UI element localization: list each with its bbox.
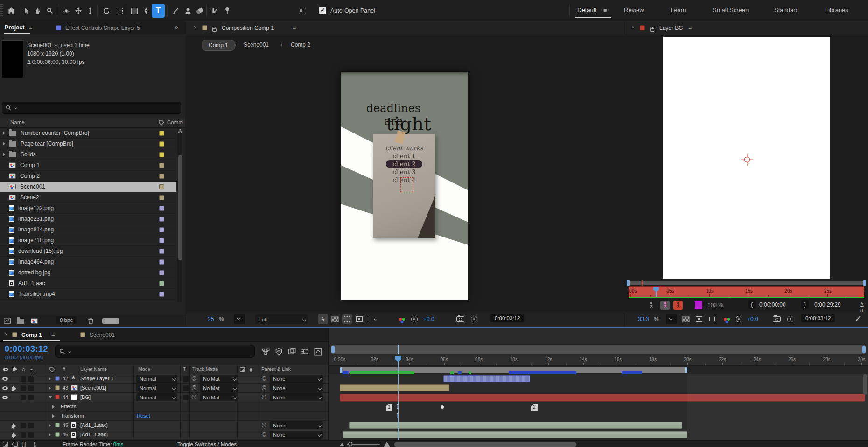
rectangle-tool-icon[interactable] bbox=[128, 4, 141, 18]
comp-marker[interactable]: 1 bbox=[386, 404, 392, 411]
audio-toggle[interactable] bbox=[12, 423, 14, 428]
label-chip[interactable] bbox=[55, 376, 60, 381]
work-area-strip[interactable]: 12 bbox=[329, 366, 868, 374]
layer-canvas[interactable] bbox=[663, 37, 830, 279]
parent-pickwhip-icon[interactable] bbox=[261, 375, 266, 381]
project-item[interactable]: Scene001 bbox=[0, 182, 176, 192]
workspace-menu-icon[interactable]: ≡ bbox=[603, 7, 607, 14]
layer-row[interactable]: 44[BG]NormalNo MatNone bbox=[0, 393, 328, 402]
pan-camera-tool-icon[interactable] bbox=[72, 4, 85, 18]
label-chip[interactable] bbox=[159, 227, 164, 232]
project-item[interactable]: dotted bg.jpg bbox=[0, 267, 176, 278]
project-item[interactable]: Transition.mp4 bbox=[0, 289, 176, 300]
work-area-end-handle[interactable] bbox=[685, 367, 687, 373]
mode-dropdown[interactable]: Normal bbox=[136, 393, 177, 401]
solo-switch[interactable] bbox=[21, 395, 26, 400]
timeline-tab-menu-icon[interactable]: ≡ bbox=[51, 331, 55, 338]
layer-zoom-dropdown[interactable] bbox=[666, 314, 677, 324]
fast-preview-icon[interactable]: ϟ bbox=[318, 314, 328, 324]
layer-tab[interactable]: Layer BG bbox=[659, 25, 683, 31]
toggle-switches-modes-button[interactable]: Toggle Switches / Modes bbox=[177, 441, 237, 447]
track-matte-toggle[interactable] bbox=[183, 395, 189, 400]
label-chip[interactable] bbox=[159, 152, 164, 157]
clone-stamp-tool-icon[interactable] bbox=[182, 4, 195, 18]
graph-editor-icon[interactable] bbox=[314, 348, 322, 356]
mask-visibility-icon[interactable] bbox=[694, 314, 704, 324]
new-folder-icon[interactable] bbox=[17, 319, 24, 324]
expand-in-out-icon[interactable]: { } bbox=[21, 441, 26, 447]
work-area-bar[interactable] bbox=[340, 367, 687, 373]
snapshot-camera-icon[interactable] bbox=[455, 314, 465, 324]
time-ruler[interactable]: 0:00s02s04s06s08s10s12s14s16s18s20s22s24… bbox=[329, 356, 868, 366]
label-chip[interactable] bbox=[159, 281, 164, 286]
close-tab-icon[interactable]: × bbox=[631, 24, 635, 31]
project-tab-menu-icon[interactable]: ≡ bbox=[29, 24, 33, 31]
interpret-footage-icon[interactable] bbox=[4, 318, 11, 324]
zoom-tool-icon[interactable] bbox=[43, 4, 56, 18]
column-header-layer-name[interactable]: Layer Name bbox=[80, 366, 107, 372]
channel-swatch[interactable] bbox=[695, 301, 702, 309]
column-header-parent[interactable]: Parent & Link bbox=[261, 366, 291, 372]
project-item[interactable]: image231.png bbox=[0, 214, 176, 224]
brush-tool-icon[interactable] bbox=[169, 4, 182, 18]
layer-time-ruler[interactable]: 0:00s05s10s15s20s25s30s bbox=[629, 286, 864, 297]
trash-icon[interactable] bbox=[88, 318, 94, 324]
layer-exposure-value[interactable]: +0.0 bbox=[747, 316, 758, 322]
timeline-tab-scene001[interactable]: Scene001 bbox=[90, 332, 115, 338]
label-chip[interactable] bbox=[159, 174, 164, 179]
project-item[interactable]: image132.png bbox=[0, 203, 176, 214]
render-quality-toggle[interactable] bbox=[660, 301, 670, 310]
label-chip[interactable] bbox=[159, 249, 164, 254]
navigator-handle-right[interactable] bbox=[862, 346, 866, 353]
column-header-track-matte[interactable]: Track Matte bbox=[192, 366, 218, 372]
timeline-tab-comp1[interactable]: Comp 1 bbox=[21, 332, 42, 338]
column-header-name[interactable]: Name bbox=[10, 119, 25, 125]
matte-pickwhip-icon[interactable] bbox=[191, 384, 196, 390]
guide-options-icon[interactable] bbox=[707, 314, 717, 324]
project-tab[interactable]: Project bbox=[5, 24, 24, 31]
pen-tool-icon[interactable] bbox=[140, 4, 153, 18]
matte-dropdown[interactable]: No Mat bbox=[200, 384, 238, 392]
new-composition-icon[interactable] bbox=[31, 318, 38, 324]
zoom-in-mountain-icon[interactable] bbox=[384, 442, 390, 447]
composition-tab-menu-icon[interactable]: ≡ bbox=[293, 24, 296, 31]
zoom-value[interactable]: 25 bbox=[208, 316, 214, 322]
twirl-icon[interactable] bbox=[49, 396, 52, 398]
timeline-zoom-slider[interactable] bbox=[347, 444, 380, 445]
audio-toggle[interactable] bbox=[12, 385, 14, 391]
layer-row[interactable]: 42Shape Layer 1NormalNo MatNone bbox=[0, 374, 328, 384]
column-header-t[interactable]: T bbox=[183, 366, 186, 372]
matte-dropdown[interactable]: No Mat bbox=[200, 393, 238, 401]
layer-row[interactable]: 43[Scene001]NormalNo MatNone bbox=[0, 384, 328, 393]
label-chip[interactable] bbox=[55, 432, 60, 437]
twirl-icon[interactable] bbox=[52, 414, 55, 418]
puppet-pin-tool-icon[interactable] bbox=[221, 4, 234, 18]
motion-blur-icon[interactable] bbox=[301, 348, 309, 356]
solo-switch[interactable] bbox=[21, 423, 26, 428]
project-item[interactable]: Page tear [CompBro] bbox=[0, 139, 176, 149]
workspace-tab-small-screen[interactable]: Small Screen bbox=[713, 7, 749, 14]
current-time-display[interactable]: 0:00:03:12 bbox=[5, 344, 48, 354]
nav-handle-left[interactable] bbox=[627, 280, 630, 286]
reset-link[interactable]: Reset bbox=[137, 413, 150, 419]
draft-3d-icon[interactable] bbox=[275, 348, 283, 356]
project-hscrollbar-thumb[interactable] bbox=[102, 318, 119, 324]
parent-dropdown[interactable]: None bbox=[270, 431, 323, 439]
matte-pickwhip-icon[interactable] bbox=[191, 394, 196, 399]
zoom-out-mountain-icon[interactable] bbox=[340, 443, 344, 446]
channel-select-icon[interactable] bbox=[395, 314, 406, 324]
label-chip[interactable] bbox=[159, 163, 164, 168]
column-header-comment[interactable]: Comm bbox=[167, 119, 183, 125]
rotate-tool-icon[interactable] bbox=[100, 4, 113, 18]
breadcrumb-scene001[interactable]: Scene001 bbox=[244, 42, 269, 48]
project-item[interactable]: image464.png bbox=[0, 257, 176, 267]
parent-dropdown[interactable]: None bbox=[270, 393, 323, 401]
visibility-toggle[interactable] bbox=[2, 395, 8, 400]
work-area-start-handle[interactable] bbox=[340, 367, 342, 373]
draft-person-icon[interactable] bbox=[649, 302, 653, 308]
render-quality-percent[interactable]: 100 % bbox=[707, 302, 723, 308]
project-item[interactable]: Comp 1 bbox=[0, 160, 176, 171]
mask-selection-box[interactable] bbox=[400, 177, 413, 192]
transparency-grid-icon[interactable] bbox=[681, 314, 691, 324]
mode-dropdown[interactable]: Normal bbox=[136, 375, 177, 383]
